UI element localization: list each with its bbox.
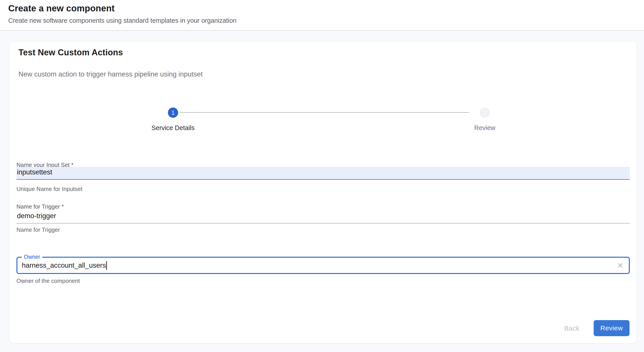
- trigger-name-label: Name for Trigger *: [16, 203, 64, 210]
- input-set-name-input[interactable]: [16, 167, 630, 180]
- input-set-name-helper: Unique Name for Inputset: [16, 186, 82, 193]
- back-button[interactable]: Back: [553, 322, 591, 335]
- clear-icon[interactable]: ✕: [617, 262, 624, 269]
- step-2-indicator[interactable]: 2: [480, 107, 490, 118]
- page-header: Create a new component Create new softwa…: [0, 0, 644, 31]
- step-1-label: Service Details: [124, 124, 222, 132]
- review-button[interactable]: Review: [594, 320, 630, 336]
- text-caret: [106, 261, 107, 270]
- step-2-number: 2: [483, 109, 486, 116]
- template-subtitle: New custom action to trigger harness pip…: [18, 70, 203, 78]
- trigger-name-input[interactable]: [16, 211, 630, 224]
- template-title: Test New Custom Actions: [18, 48, 123, 57]
- page-subtitle: Create new software components using sta…: [8, 17, 644, 24]
- owner-helper: Owner of the component: [16, 277, 80, 284]
- owner-label: Owner: [22, 253, 42, 260]
- step-2-label: Review: [436, 124, 534, 132]
- page-title: Create a new component: [8, 3, 644, 14]
- owner-value: harness_account_all_users: [22, 261, 106, 269]
- step-1-indicator[interactable]: 1: [168, 107, 178, 118]
- wizard-card: Test New Custom Actions New custom actio…: [10, 42, 636, 343]
- step-connector-line: [180, 112, 469, 113]
- owner-input[interactable]: harness_account_all_users ✕: [16, 257, 630, 274]
- trigger-name-helper: Name for Trigger: [16, 226, 60, 233]
- step-1-number: 1: [172, 109, 174, 116]
